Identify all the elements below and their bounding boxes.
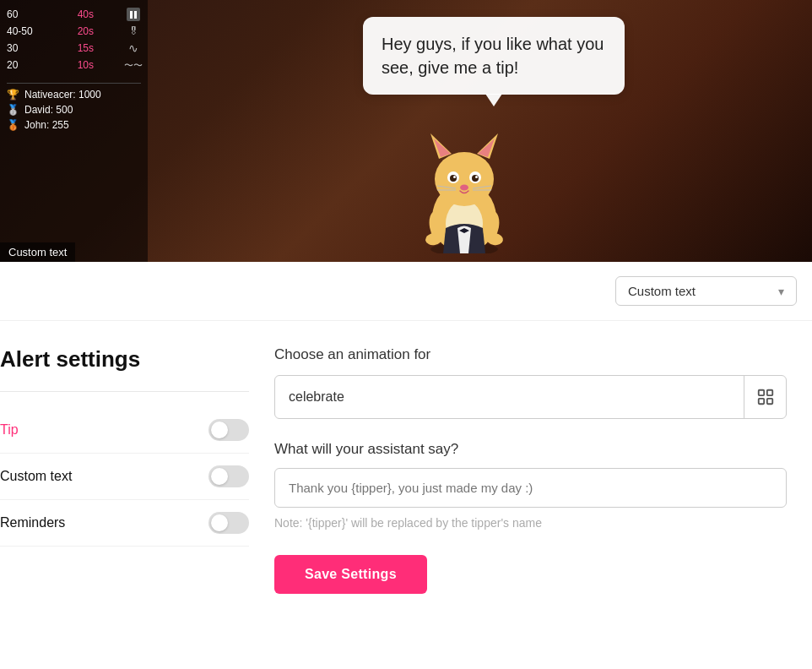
right-panel: Choose an animation for celebrate What w…: [249, 346, 812, 594]
animation-select-text: celebrate: [275, 378, 744, 416]
grid-svg-icon: [756, 388, 775, 406]
hud-value-3: 15s: [68, 42, 94, 54]
left-panel: Alert settings Tip Custom text Reminders: [0, 346, 249, 594]
lb-name-2: David: 500: [24, 104, 73, 116]
note-text: Note: '{tipper}' will be replaced by the…: [274, 516, 787, 530]
grid-icon[interactable]: [744, 376, 786, 418]
animation-label: Choose an animation for: [274, 346, 787, 363]
divider: [0, 391, 249, 392]
svg-point-10: [450, 175, 457, 182]
toggle-knob-reminders: [211, 514, 228, 531]
hud-overlay: 60 40s 40-50 20s: [0, 0, 148, 262]
trophy-silver-icon: 🥈: [7, 104, 19, 116]
speech-bubble: Hey guys, if you like what you see, give…: [363, 17, 625, 95]
panel-title: Alert settings: [0, 346, 249, 373]
svg-rect-27: [766, 399, 771, 404]
fox-svg: [414, 118, 515, 253]
toggle-custom-text[interactable]: [208, 465, 249, 487]
question-label: What will your assistant say?: [274, 441, 787, 458]
lb-item-2: 🥈 David: 500: [7, 104, 141, 116]
hud-label-1: 60: [7, 8, 36, 20]
svg-rect-25: [766, 390, 771, 395]
video-background: 60 40s 40-50 20s: [0, 0, 812, 262]
svg-point-11: [472, 175, 479, 182]
bottom-custom-text-label: Custom text: [0, 242, 75, 262]
hud-icon-wave1: ∿: [126, 41, 141, 56]
toggle-knob-custom-text: [211, 468, 228, 485]
video-preview: 60 40s 40-50 20s: [0, 0, 812, 262]
hud-icon-pause: [126, 7, 141, 22]
trophy-gold-icon: 🏆: [7, 89, 19, 101]
hud-label-4: 20: [7, 59, 36, 71]
hud-row-2: 40-50 20s 🎖: [7, 24, 141, 39]
lb-name-1: Nativeacer: 1000: [24, 89, 101, 101]
svg-point-12: [453, 176, 456, 178]
trophy-bronze-icon: 🥉: [7, 119, 19, 131]
svg-point-13: [475, 176, 478, 178]
chevron-down-icon: ▾: [778, 285, 784, 298]
setting-row-custom-text: Custom text: [0, 454, 249, 500]
hud-stats: 60 40s 40-50 20s: [7, 7, 141, 73]
setting-row-tip: Tip: [0, 407, 249, 454]
leaderboard: 🏆 Nativeacer: 1000 🥈 David: 500 🥉 John: …: [7, 89, 141, 131]
save-settings-button[interactable]: Save Settings: [274, 555, 427, 594]
setting-label-reminders: Reminders: [0, 515, 65, 530]
speech-text: Hey guys, if you like what you see, give…: [382, 35, 604, 77]
toggle-knob-tip: [211, 422, 228, 438]
animation-select-box[interactable]: celebrate: [274, 375, 787, 419]
custom-text-dropdown[interactable]: Custom text ▾: [615, 276, 797, 306]
hud-row-4: 20 10s 〜〜: [7, 57, 141, 73]
lb-name-3: John: 255: [24, 119, 69, 131]
hud-icon-wave2: 〜〜: [126, 57, 141, 73]
svg-rect-26: [758, 399, 763, 404]
assistant-text-input[interactable]: [274, 468, 787, 508]
toggle-tip[interactable]: [208, 419, 249, 441]
toolbar: Custom text ▾: [0, 262, 812, 321]
setting-row-reminders: Reminders: [0, 500, 249, 547]
svg-rect-24: [758, 390, 763, 395]
fox-mascot: [414, 118, 515, 253]
dropdown-label: Custom text: [628, 284, 696, 298]
toggle-reminders[interactable]: [208, 512, 249, 534]
main-content: Alert settings Tip Custom text Reminders…: [0, 321, 812, 619]
setting-label-custom-text: Custom text: [0, 469, 72, 484]
lb-item-1: 🏆 Nativeacer: 1000: [7, 89, 141, 101]
lb-item-3: 🥉 John: 255: [7, 119, 141, 131]
hud-value-1: 40s: [68, 8, 94, 20]
hud-row-1: 60 40s: [7, 7, 141, 22]
svg-point-14: [460, 185, 468, 191]
hud-label-3: 30: [7, 42, 36, 54]
setting-label-tip: Tip: [0, 422, 19, 438]
hud-value-4: 10s: [68, 59, 94, 71]
hud-row-3: 30 15s ∿: [7, 41, 141, 56]
hud-label-2: 40-50: [7, 25, 36, 37]
hud-value-2: 20s: [68, 25, 94, 37]
svg-point-3: [435, 152, 494, 206]
hud-icon-badge: 🎖: [126, 24, 141, 39]
